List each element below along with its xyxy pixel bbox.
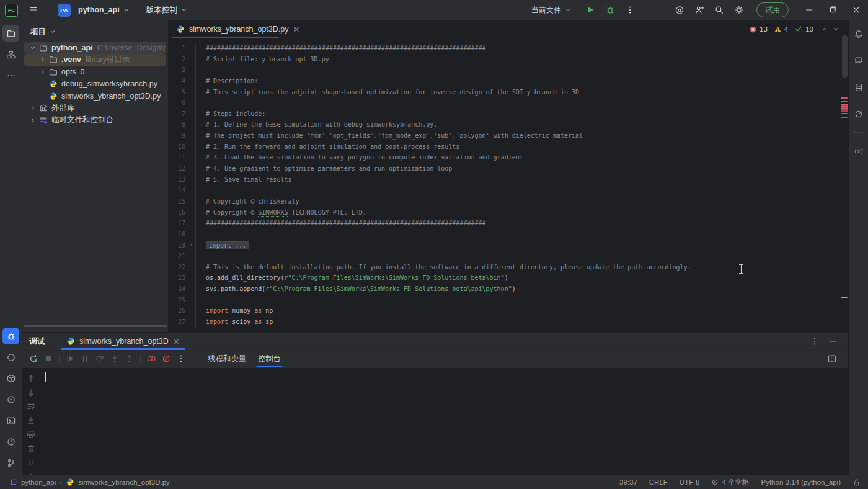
- line-number[interactable]: 14: [169, 185, 187, 196]
- previous-problem-icon[interactable]: [821, 25, 828, 33]
- code-text[interactable]: [196, 251, 206, 262]
- line-number[interactable]: 2: [169, 54, 187, 65]
- search-everywhere-icon[interactable]: [711, 2, 727, 18]
- line-number[interactable]: 22: [169, 262, 187, 273]
- code-text[interactable]: import numpy as np: [196, 305, 273, 316]
- clear-console-icon[interactable]: [26, 444, 36, 454]
- line-number[interactable]: 15: [169, 196, 187, 207]
- resume-button[interactable]: [63, 352, 78, 366]
- code-text[interactable]: # The project must include 'fom','opt_fi…: [196, 130, 583, 141]
- tab-close-icon[interactable]: ✕: [173, 337, 180, 346]
- code-line[interactable]: 3: [169, 65, 848, 76]
- breadcrumb-root[interactable]: python_api: [21, 478, 56, 486]
- tree-item[interactable]: 临时文件和控制台: [24, 114, 166, 127]
- line-number[interactable]: 1: [169, 43, 187, 54]
- chevron-down-icon[interactable]: [28, 44, 38, 52]
- error-stripe-block[interactable]: [841, 104, 848, 112]
- version-control-tool-button[interactable]: [2, 454, 19, 471]
- view-breakpoints-button[interactable]: [144, 352, 159, 366]
- code-line[interactable]: 5# This script runs the adjoint shape-ba…: [169, 87, 848, 98]
- minimize-button[interactable]: [797, 0, 821, 20]
- code-line[interactable]: 8# 1. Define the base simulation with de…: [169, 119, 848, 130]
- up-stack-frame-icon[interactable]: [26, 374, 36, 384]
- project-panel-header[interactable]: 项目: [22, 24, 168, 40]
- error-stripe-mark[interactable]: [841, 113, 848, 114]
- line-number[interactable]: 11: [169, 152, 187, 163]
- line-number[interactable]: 16: [169, 207, 187, 218]
- chevron-right-icon[interactable]: [38, 68, 48, 76]
- error-stripe-mark[interactable]: [841, 101, 848, 102]
- code-line[interactable]: 13# 5. Save final results: [169, 174, 848, 186]
- run-button[interactable]: [582, 2, 598, 18]
- project-selector[interactable]: python_api: [78, 6, 130, 14]
- settings-gear-icon[interactable]: [731, 2, 747, 18]
- pause-button[interactable]: [78, 352, 92, 366]
- line-number[interactable]: 8: [169, 119, 187, 130]
- code-text[interactable]: [196, 97, 206, 109]
- code-with-me-icon[interactable]: [691, 2, 707, 18]
- tab-close-icon[interactable]: ✕: [293, 25, 300, 34]
- code-line[interactable]: 22# This is the default installation pat…: [169, 262, 848, 273]
- code-text[interactable]: # This is the default installation path.…: [196, 262, 691, 273]
- code-line[interactable]: 7# Steps include:: [169, 109, 848, 120]
- more-options-icon[interactable]: [810, 336, 820, 346]
- code-text[interactable]: # 4. Use gradient to optimize parameters…: [196, 163, 452, 174]
- file-encoding[interactable]: UTF-8: [680, 478, 700, 486]
- step-over-button[interactable]: [92, 352, 107, 366]
- debug-view-tab[interactable]: 控制台: [252, 350, 287, 367]
- more-actions-icon[interactable]: [622, 2, 638, 18]
- code-text[interactable]: # 3. Load the base simulation to vary po…: [196, 152, 523, 163]
- python-packages-tool-button[interactable]: [2, 370, 19, 387]
- breadcrumb-file[interactable]: simworks_ybranch_opt3D.py: [78, 478, 170, 486]
- code-text[interactable]: # Copyright © chriskeraly: [196, 196, 299, 207]
- code-line[interactable]: 17######################################…: [169, 218, 848, 229]
- python-interpreter[interactable]: Python 3.14 (python_api): [761, 478, 841, 486]
- code-line[interactable]: 25: [169, 295, 848, 306]
- stop-button[interactable]: [41, 352, 56, 366]
- line-number[interactable]: 5: [169, 87, 187, 98]
- code-line[interactable]: 21: [169, 251, 848, 262]
- code-line[interactable]: 4# Description:: [169, 76, 848, 87]
- code-line[interactable]: 11# 3. Load the base simulation to vary …: [169, 152, 848, 163]
- down-stack-frame-icon[interactable]: [26, 388, 36, 398]
- line-number[interactable]: 3: [169, 65, 187, 76]
- close-button[interactable]: [844, 0, 868, 20]
- inspections-widget[interactable]: 13 4 10: [749, 25, 839, 34]
- skip-to-end-icon[interactable]: [26, 457, 36, 467]
- line-separator[interactable]: CRLF: [649, 478, 668, 486]
- line-number[interactable]: 9: [169, 130, 187, 141]
- line-number[interactable]: 12: [169, 163, 187, 174]
- trial-badge[interactable]: 试用: [756, 2, 789, 17]
- code-text[interactable]: # Copyright © SIMWORKS TECHNOLOGY PTE. L…: [196, 207, 366, 218]
- chevron-right-icon[interactable]: [38, 56, 48, 63]
- code-text[interactable]: [196, 185, 206, 196]
- debug-tool-button[interactable]: [2, 328, 19, 344]
- code-line[interactable]: 1#######################################…: [169, 43, 848, 54]
- services-tool-button[interactable]: [2, 391, 19, 408]
- structure-tool-button[interactable]: [2, 46, 19, 63]
- more-tools-icon[interactable]: [2, 67, 19, 84]
- chevron-right-icon[interactable]: [28, 104, 38, 112]
- tree-item[interactable]: python_apiC:\Inverse_Design\python_api: [24, 42, 166, 54]
- sciview-tool-button[interactable]: [850, 105, 867, 122]
- code-text[interactable]: # 2. Run the forward and adjoint simulat…: [196, 141, 459, 153]
- indent-style[interactable]: 4 个空格: [711, 478, 749, 487]
- stripe-mark[interactable]: [841, 117, 848, 118]
- ai-assistant-tool-button[interactable]: [850, 52, 867, 69]
- code-line[interactable]: 14: [169, 185, 848, 196]
- code-text[interactable]: # This script runs the adjoint shape-bas…: [196, 87, 579, 98]
- code-line[interactable]: 6: [169, 97, 848, 109]
- line-number[interactable]: 21: [169, 251, 187, 262]
- line-number[interactable]: 4: [169, 76, 187, 87]
- code-text[interactable]: import scipy as sp: [196, 316, 273, 328]
- code-line[interactable]: 18: [169, 229, 848, 240]
- main-menu-icon[interactable]: [25, 2, 42, 18]
- mute-breakpoints-button[interactable]: [159, 352, 174, 366]
- error-stripe-mark[interactable]: [841, 97, 848, 99]
- rerun-button[interactable]: [26, 352, 41, 366]
- code-line[interactable]: 26import numpy as np: [169, 305, 848, 316]
- code-text[interactable]: import ...: [196, 240, 249, 251]
- line-number[interactable]: 10: [169, 141, 187, 153]
- code-line[interactable]: 24sys.path.append(r"C:\Program Files\Sim…: [169, 284, 848, 295]
- terminal-tool-button[interactable]: [2, 412, 19, 429]
